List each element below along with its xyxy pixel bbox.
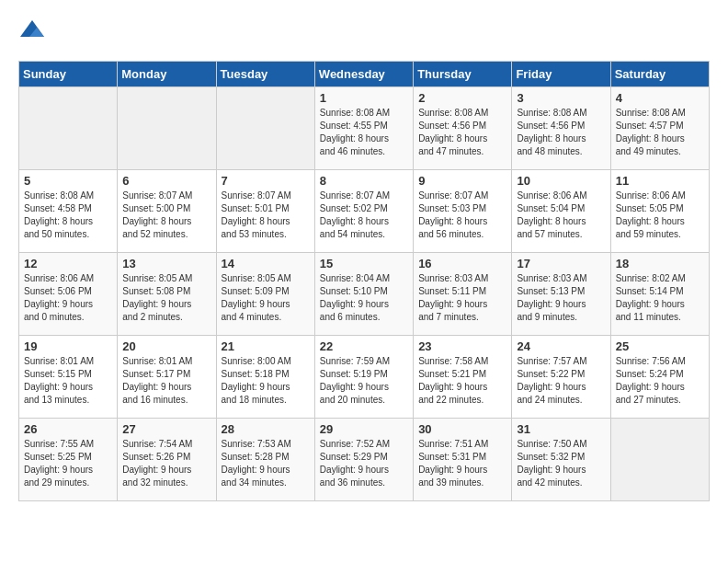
- calendar-week-3: 12Sunrise: 8:06 AM Sunset: 5:06 PM Dayli…: [19, 253, 710, 336]
- day-number: 29: [320, 422, 408, 436]
- day-number: 2: [418, 91, 506, 105]
- day-number: 7: [222, 174, 310, 188]
- calendar-cell: 4Sunrise: 8:08 AM Sunset: 4:57 PM Daylig…: [610, 87, 709, 170]
- weekday-header-friday: Friday: [512, 62, 610, 87]
- day-number: 4: [616, 91, 704, 105]
- calendar-cell: 23Sunrise: 7:58 AM Sunset: 5:21 PM Dayli…: [414, 336, 512, 419]
- calendar-cell: 2Sunrise: 8:08 AM Sunset: 4:56 PM Daylig…: [414, 87, 512, 170]
- day-info: Sunrise: 7:59 AM Sunset: 5:19 PM Dayligh…: [320, 355, 408, 407]
- calendar-cell: 12Sunrise: 8:06 AM Sunset: 5:06 PM Dayli…: [19, 253, 118, 336]
- calendar-cell: [19, 87, 118, 170]
- calendar-cell: 30Sunrise: 7:51 AM Sunset: 5:31 PM Dayli…: [414, 419, 512, 501]
- day-info: Sunrise: 7:50 AM Sunset: 5:32 PM Dayligh…: [517, 438, 605, 489]
- calendar-cell: 29Sunrise: 7:52 AM Sunset: 5:29 PM Dayli…: [314, 419, 413, 501]
- weekday-header-monday: Monday: [118, 62, 216, 87]
- day-number: 19: [24, 339, 112, 353]
- calendar-week-4: 19Sunrise: 8:01 AM Sunset: 5:15 PM Dayli…: [19, 336, 710, 419]
- calendar-cell: 20Sunrise: 8:01 AM Sunset: 5:17 PM Dayli…: [118, 336, 216, 419]
- calendar-cell: 9Sunrise: 8:07 AM Sunset: 5:03 PM Daylig…: [414, 170, 512, 253]
- calendar-cell: 7Sunrise: 8:07 AM Sunset: 5:01 PM Daylig…: [216, 170, 314, 253]
- day-info: Sunrise: 8:02 AM Sunset: 5:14 PM Dayligh…: [616, 272, 704, 324]
- weekday-header-sunday: Sunday: [19, 62, 118, 87]
- day-info: Sunrise: 8:03 AM Sunset: 5:13 PM Dayligh…: [517, 272, 605, 324]
- day-number: 31: [517, 422, 605, 436]
- day-number: 13: [122, 257, 210, 270]
- calendar-header-row: SundayMondayTuesdayWednesdayThursdayFrid…: [19, 62, 710, 87]
- calendar-cell: 28Sunrise: 7:53 AM Sunset: 5:28 PM Dayli…: [216, 419, 314, 501]
- calendar-cell: 5Sunrise: 8:08 AM Sunset: 4:58 PM Daylig…: [19, 170, 118, 253]
- day-info: Sunrise: 7:51 AM Sunset: 5:31 PM Dayligh…: [418, 438, 506, 489]
- weekday-header-tuesday: Tuesday: [216, 62, 314, 87]
- day-number: 17: [517, 257, 605, 270]
- calendar-cell: 15Sunrise: 8:04 AM Sunset: 5:10 PM Dayli…: [314, 253, 413, 336]
- day-info: Sunrise: 8:07 AM Sunset: 5:02 PM Dayligh…: [320, 190, 408, 241]
- calendar-week-5: 26Sunrise: 7:55 AM Sunset: 5:25 PM Dayli…: [19, 419, 710, 501]
- day-info: Sunrise: 8:08 AM Sunset: 4:56 PM Dayligh…: [517, 107, 605, 158]
- calendar-cell: [216, 87, 314, 170]
- day-number: 25: [616, 339, 704, 353]
- day-info: Sunrise: 8:04 AM Sunset: 5:10 PM Dayligh…: [320, 272, 408, 324]
- day-number: 27: [122, 422, 210, 436]
- day-number: 8: [320, 174, 408, 188]
- calendar-cell: 11Sunrise: 8:06 AM Sunset: 5:05 PM Dayli…: [610, 170, 709, 253]
- logo-icon: [18, 18, 46, 46]
- weekday-header-thursday: Thursday: [414, 62, 512, 87]
- day-info: Sunrise: 7:57 AM Sunset: 5:22 PM Dayligh…: [517, 355, 605, 407]
- day-number: 22: [320, 339, 408, 353]
- day-number: 15: [320, 257, 408, 270]
- calendar-cell: [610, 419, 709, 501]
- calendar-cell: 17Sunrise: 8:03 AM Sunset: 5:13 PM Dayli…: [512, 253, 610, 336]
- calendar-cell: 18Sunrise: 8:02 AM Sunset: 5:14 PM Dayli…: [610, 253, 709, 336]
- day-info: Sunrise: 8:01 AM Sunset: 5:15 PM Dayligh…: [24, 355, 112, 407]
- calendar-cell: 26Sunrise: 7:55 AM Sunset: 5:25 PM Dayli…: [19, 419, 118, 501]
- day-number: 12: [24, 257, 112, 270]
- calendar-cell: 21Sunrise: 8:00 AM Sunset: 5:18 PM Dayli…: [216, 336, 314, 419]
- day-info: Sunrise: 7:53 AM Sunset: 5:28 PM Dayligh…: [222, 438, 310, 489]
- day-info: Sunrise: 7:54 AM Sunset: 5:26 PM Dayligh…: [122, 438, 210, 489]
- day-info: Sunrise: 7:55 AM Sunset: 5:25 PM Dayligh…: [24, 438, 112, 489]
- day-info: Sunrise: 8:07 AM Sunset: 5:03 PM Dayligh…: [418, 190, 506, 241]
- day-info: Sunrise: 8:06 AM Sunset: 5:04 PM Dayligh…: [517, 190, 605, 241]
- day-number: 23: [418, 339, 506, 353]
- day-info: Sunrise: 8:08 AM Sunset: 4:57 PM Dayligh…: [616, 107, 704, 158]
- calendar-cell: 6Sunrise: 8:07 AM Sunset: 5:00 PM Daylig…: [118, 170, 216, 253]
- calendar-body: 1Sunrise: 8:08 AM Sunset: 4:55 PM Daylig…: [19, 87, 710, 501]
- day-info: Sunrise: 8:08 AM Sunset: 4:58 PM Dayligh…: [24, 190, 112, 241]
- day-info: Sunrise: 7:58 AM Sunset: 5:21 PM Dayligh…: [418, 355, 506, 407]
- day-info: Sunrise: 8:06 AM Sunset: 5:05 PM Dayligh…: [616, 190, 704, 241]
- day-number: 18: [616, 257, 704, 270]
- day-number: 24: [517, 339, 605, 353]
- day-number: 5: [24, 174, 112, 188]
- day-info: Sunrise: 8:06 AM Sunset: 5:06 PM Dayligh…: [24, 272, 112, 324]
- calendar-week-1: 1Sunrise: 8:08 AM Sunset: 4:55 PM Daylig…: [19, 87, 710, 170]
- day-info: Sunrise: 8:01 AM Sunset: 5:17 PM Dayligh…: [122, 355, 210, 407]
- day-info: Sunrise: 8:05 AM Sunset: 5:08 PM Dayligh…: [122, 272, 210, 324]
- calendar-cell: 19Sunrise: 8:01 AM Sunset: 5:15 PM Dayli…: [19, 336, 118, 419]
- day-info: Sunrise: 8:07 AM Sunset: 5:01 PM Dayligh…: [222, 190, 310, 241]
- calendar-cell: [118, 87, 216, 170]
- day-number: 28: [222, 422, 310, 436]
- day-number: 16: [418, 257, 506, 270]
- weekday-header-wednesday: Wednesday: [314, 62, 413, 87]
- day-number: 21: [222, 339, 310, 353]
- page-header: [18, 18, 710, 46]
- calendar-table: SundayMondayTuesdayWednesdayThursdayFrid…: [18, 61, 710, 501]
- calendar-cell: 8Sunrise: 8:07 AM Sunset: 5:02 PM Daylig…: [314, 170, 413, 253]
- logo: [18, 18, 50, 46]
- calendar-cell: 31Sunrise: 7:50 AM Sunset: 5:32 PM Dayli…: [512, 419, 610, 501]
- day-info: Sunrise: 7:52 AM Sunset: 5:29 PM Dayligh…: [320, 438, 408, 489]
- calendar-cell: 24Sunrise: 7:57 AM Sunset: 5:22 PM Dayli…: [512, 336, 610, 419]
- day-info: Sunrise: 8:08 AM Sunset: 4:55 PM Dayligh…: [320, 107, 408, 158]
- day-number: 3: [517, 91, 605, 105]
- calendar-cell: 14Sunrise: 8:05 AM Sunset: 5:09 PM Dayli…: [216, 253, 314, 336]
- calendar-cell: 10Sunrise: 8:06 AM Sunset: 5:04 PM Dayli…: [512, 170, 610, 253]
- calendar-cell: 27Sunrise: 7:54 AM Sunset: 5:26 PM Dayli…: [118, 419, 216, 501]
- calendar-cell: 22Sunrise: 7:59 AM Sunset: 5:19 PM Dayli…: [314, 336, 413, 419]
- day-number: 20: [122, 339, 210, 353]
- day-info: Sunrise: 8:03 AM Sunset: 5:11 PM Dayligh…: [418, 272, 506, 324]
- day-number: 30: [418, 422, 506, 436]
- day-info: Sunrise: 8:00 AM Sunset: 5:18 PM Dayligh…: [222, 355, 310, 407]
- calendar-cell: 25Sunrise: 7:56 AM Sunset: 5:24 PM Dayli…: [610, 336, 709, 419]
- day-number: 10: [517, 174, 605, 188]
- calendar-cell: 3Sunrise: 8:08 AM Sunset: 4:56 PM Daylig…: [512, 87, 610, 170]
